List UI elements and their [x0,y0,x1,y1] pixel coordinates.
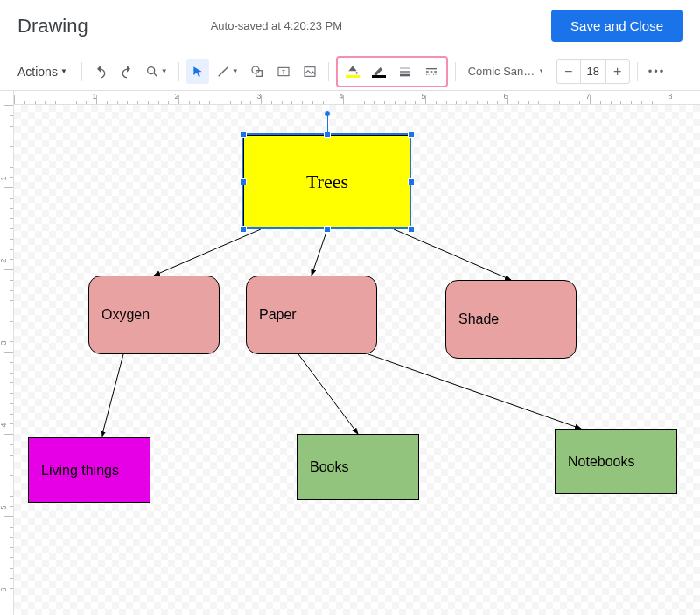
shape-books[interactable]: Books [297,434,419,500]
arrow-oxygen-living[interactable] [102,354,123,437]
font-size-control: − 18 + [556,59,630,84]
toolbar-separator [328,62,329,81]
toolbar: Actions ▼ ▼ ▼ T [0,52,700,91]
chevron-down-icon: ▼ [232,67,239,75]
redo-button[interactable] [116,59,138,84]
selection-handle[interactable] [408,178,415,185]
border-dash-button[interactable] [420,59,443,84]
shape-living[interactable]: Living things [28,437,150,503]
shape-oxygen[interactable]: Oxygen [88,276,220,354]
selection-handle[interactable] [408,131,415,138]
zoom-icon [145,65,159,79]
font-family-select[interactable]: Comic San… ▼ [463,65,542,78]
selection-handle[interactable] [240,226,247,233]
arrow-paper-notebooks[interactable] [368,354,581,429]
rotation-stem [327,114,328,133]
chevron-down-icon: ▼ [538,67,541,75]
svg-point-3 [252,66,259,73]
arrow-trees-paper[interactable] [312,229,327,276]
shape-icon [250,65,264,79]
vertical-ruler: 123456 [0,91,14,615]
toolbar-separator [549,62,550,81]
arrow-trees-oxygen[interactable] [154,229,261,276]
shape-paper[interactable]: Paper [246,276,377,354]
selection-handle[interactable] [240,131,247,138]
border-color-button[interactable] [368,59,390,84]
svg-line-2 [218,66,228,76]
selection-handle[interactable] [324,226,331,233]
shape-label: Oxygen [102,307,150,323]
actions-menu[interactable]: Actions ▼ [10,59,74,84]
font-name-label: Comic San… [468,65,536,78]
svg-point-8 [355,72,357,73]
more-options-button[interactable]: ••• [645,59,669,84]
font-size-input[interactable]: 18 [580,60,606,83]
undo-icon [94,65,108,79]
toolbar-separator [637,62,638,81]
save-and-close-button[interactable]: Save and Close [551,10,682,42]
line-tool[interactable]: ▼ [213,59,242,84]
increase-font-button[interactable]: + [606,60,629,83]
arrow-paper-books[interactable] [298,354,358,434]
shape-label: Paper [259,307,297,323]
toolbar-separator [81,62,82,81]
image-tool[interactable] [298,59,321,84]
dialog-header: Drawing Auto-saved at 4:20:23 PM Save an… [0,0,700,52]
decrease-font-button[interactable]: − [557,60,580,83]
arrow-trees-shade[interactable] [394,229,511,280]
more-icon: ••• [648,65,666,78]
shape-label: Notebooks [568,454,635,470]
formatting-highlight-group [336,56,448,87]
selection-handle[interactable] [408,226,415,233]
border-weight-icon [398,65,412,79]
svg-line-1 [154,73,157,76]
chevron-down-icon: ▼ [60,67,67,75]
actions-label: Actions [18,65,58,79]
fill-color-button[interactable] [341,59,364,84]
svg-text:T: T [281,67,285,75]
horizontal-ruler: 12345678 [14,91,700,105]
selection-handle[interactable] [240,178,247,185]
drawing-canvas[interactable]: TreesOxygenPaperShadeLiving thingsBooksN… [14,105,700,615]
cursor-icon [192,66,204,78]
shape-label: Trees [306,171,348,193]
border-weight-button[interactable] [394,59,416,84]
border-dash-icon [424,65,438,79]
image-icon [303,65,317,79]
dialog-title: Drawing [18,15,88,38]
select-tool[interactable] [186,59,209,84]
line-icon [216,65,230,79]
svg-point-0 [148,66,155,73]
shape-label: Living things [41,463,119,479]
canvas-area: 123456 12345678 TreesOxygenPaperShadeLiv… [0,91,700,615]
redo-icon [120,65,134,79]
shape-shade[interactable]: Shade [445,280,577,359]
undo-button[interactable] [89,59,112,84]
autosave-status: Auto-saved at 4:20:23 PM [106,19,534,32]
toolbar-separator [178,62,179,81]
zoom-menu[interactable]: ▼ [142,59,172,84]
shape-notebooks[interactable]: Notebooks [555,429,677,494]
shape-trees[interactable]: Trees [243,135,411,229]
shape-tool[interactable] [246,59,269,84]
textbox-icon: T [276,65,290,79]
fill-color-icon [345,65,360,78]
chevron-down-icon: ▼ [161,67,168,75]
textbox-tool[interactable]: T [272,59,295,84]
shape-label: Books [310,459,348,475]
shape-label: Shade [458,311,499,327]
toolbar-separator [455,62,456,81]
border-color-icon [371,65,387,78]
